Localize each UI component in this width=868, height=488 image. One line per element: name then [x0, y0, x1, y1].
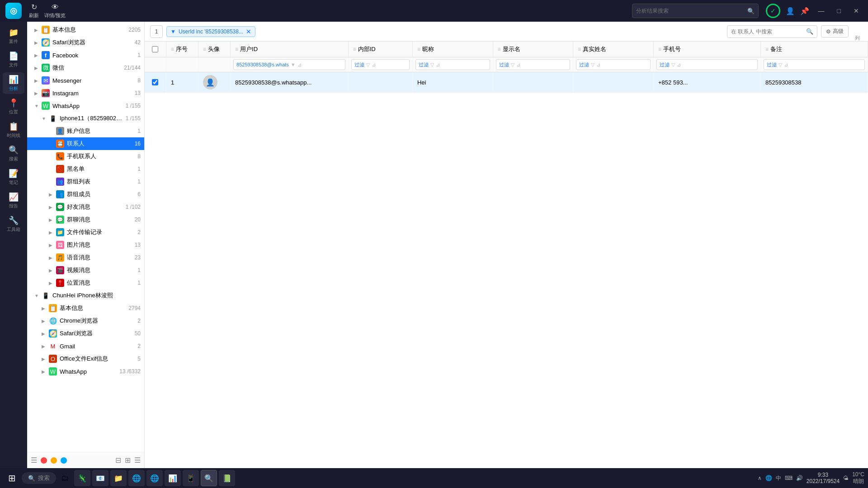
tree-item-gmail-2[interactable]: ▶ M Gmail 2 [27, 340, 144, 352]
tree-item-video-msg[interactable]: ▶ 🎬 视频消息 1 [27, 264, 144, 277]
taskbar-app-4[interactable]: 🌐 [128, 470, 145, 486]
tree-item-chunhei[interactable]: ▼ 📱 ChunHei iPhone林浚熙 [27, 289, 144, 302]
filter-realname-cell[interactable]: 过滤 ▽ ⊿ [573, 57, 654, 72]
detail-preview-button[interactable]: 👁 详情/预览 [44, 3, 66, 19]
tree-item-instagram[interactable]: ▶ 📷 Instagram 13 [27, 87, 144, 99]
filter-close-button[interactable]: ✕ [246, 28, 251, 35]
start-button[interactable]: ⊞ [4, 470, 20, 486]
th-avatar[interactable]: ≡ 头像 [198, 42, 230, 57]
th-userid[interactable]: ≡ 用户ID [231, 42, 349, 57]
pin-icon[interactable]: 📌 [800, 7, 809, 15]
menu-icon[interactable]: ☰ [31, 456, 37, 465]
sidebar-item-analysis[interactable]: 📊 分析 [3, 72, 24, 94]
dot-yellow[interactable] [51, 457, 57, 464]
th-checkbox[interactable] [145, 42, 166, 57]
advanced-button[interactable]: ⚙ 高级 [821, 25, 849, 38]
tree-item-audio-msg[interactable]: ▶ 🎵 语音消息 23 [27, 251, 144, 264]
tree-item-iphone11[interactable]: ▼ 📱 Iphone11（85259802...） 1 /155 [27, 112, 144, 125]
innerid-filter-input[interactable]: 过滤 ▽ ⊿ [351, 59, 410, 70]
dot-blue[interactable] [61, 457, 67, 464]
tree-item-basic-info-2[interactable]: ▶ 📋 基本信息 2794 [27, 302, 144, 314]
select-all-checkbox[interactable] [152, 46, 158, 52]
th-realname[interactable]: ≡ 真实姓名 [573, 42, 654, 57]
tree-item-account-info[interactable]: 👤 账户信息 1 [27, 125, 144, 137]
tree-item-messenger[interactable]: ▶ ✉ Messenger 8 [27, 74, 144, 87]
sidebar-item-location[interactable]: 📍 位置 [3, 96, 24, 117]
row-checkbox[interactable] [152, 79, 158, 85]
close-button[interactable]: ✕ [850, 5, 863, 16]
search-contact-box[interactable]: 🔍 [727, 25, 817, 38]
user-icon[interactable]: 👤 [786, 7, 795, 15]
tree-item-phone-contacts[interactable]: 📞 手机联系人 8 [27, 150, 144, 163]
taskbar-app-6[interactable]: 📊 [165, 470, 181, 486]
th-phone[interactable]: ≡ 手机号 [654, 42, 761, 57]
dot-red[interactable] [41, 457, 47, 464]
realname-filter-input[interactable]: 过滤 ▽ ⊿ [576, 59, 651, 70]
search-contact-input[interactable] [731, 28, 803, 35]
alias-filter-input[interactable]: 过滤 ▽ ⊿ [415, 59, 490, 70]
tree-item-basic-info-top[interactable]: ▶ 📋 基本信息 2205 [27, 23, 144, 36]
filter-display-cell[interactable]: 过滤 ▽ ⊿ [493, 57, 573, 72]
page-num-button[interactable]: 1 [150, 25, 163, 38]
row-checkbox-cell[interactable] [145, 72, 166, 93]
sidebar-item-documents[interactable]: 📄 文件 [3, 49, 24, 70]
status-button[interactable]: ✓ [766, 4, 780, 18]
collapse-icon[interactable]: ⊟ [115, 456, 121, 465]
userid-filter-input[interactable]: 85259308538@s.whats ▼ ⊿ [233, 59, 345, 70]
filter-userid-cell[interactable]: 85259308538@s.whats ▼ ⊿ [231, 57, 349, 72]
tree-item-file-transfer[interactable]: ▶ 📁 文件传输记录 2 [27, 226, 144, 239]
taskbar-search-button[interactable]: 🔍 搜索 [22, 472, 56, 484]
th-innerid[interactable]: ≡ 内部ID [348, 42, 412, 57]
taskbar-app-1[interactable]: 🦎 [74, 470, 90, 486]
th-alias[interactable]: ≡ 昵称 [412, 42, 493, 57]
tray-up-icon[interactable]: ∧ [758, 475, 762, 481]
sidebar-item-notes[interactable]: 📝 笔记 [3, 166, 24, 188]
grid-icon[interactable]: ⊞ [125, 456, 131, 465]
tree-item-image-msg[interactable]: ▶ 🖼 图片消息 13 [27, 239, 144, 251]
taskbar-app-2[interactable]: 📧 [92, 470, 108, 486]
tree-item-whatsapp-2[interactable]: ▶ W WhatsApp 13 /6332 [27, 365, 144, 378]
list-icon[interactable]: ☰ [134, 456, 141, 465]
tree-item-blacklist[interactable]: 🚫 黑名单 1 [27, 163, 144, 175]
filter-alias-cell[interactable]: 过滤 ▽ ⊿ [412, 57, 493, 72]
tree-item-contacts[interactable]: 📇 联系人 16 [27, 137, 144, 150]
analysis-search[interactable]: 🔍 [632, 4, 759, 18]
refresh-button[interactable]: ↻ 刷新 [29, 3, 39, 19]
th-seq[interactable]: ≡ 序号 [166, 42, 198, 57]
filter-remark-cell[interactable]: 过滤 ▽ ⊿ [760, 57, 868, 72]
remark-filter-input[interactable]: 过滤 ▽ ⊿ [764, 59, 865, 70]
tree-item-office-2[interactable]: ▶ O Office文件Exif信息 5 [27, 352, 144, 365]
tree-item-friend-msg[interactable]: ▶ 💬 好友消息 1 /102 [27, 201, 144, 213]
taskbar-excel[interactable]: 📗 [219, 470, 235, 486]
taskbar-app-3[interactable]: 📁 [110, 470, 127, 486]
sidebar-item-cases[interactable]: 📁 案件 [3, 25, 24, 47]
taskbar-app-7[interactable]: 📱 [183, 470, 199, 486]
display-filter-input[interactable]: 过滤 ▽ ⊿ [496, 59, 571, 70]
tree-item-location-msg[interactable]: ▶ 📍 位置消息 1 [27, 277, 144, 289]
tree-item-group-members[interactable]: ▶ 👥 群组成员 6 [27, 188, 144, 201]
tree-item-facebook[interactable]: ▶ f Facebook 1 [27, 49, 144, 61]
th-remark[interactable]: ≡ 备注 [760, 42, 868, 57]
tree-item-chrome-2[interactable]: ▶ 🌐 Chrome浏览器 2 [27, 314, 144, 327]
taskbar-file-manager[interactable]: 🗂 [58, 471, 72, 485]
taskbar-app-5[interactable]: 🌐 [146, 470, 163, 486]
taskbar-clock[interactable]: 9:33 2022/17/9524 [807, 472, 840, 484]
sidebar-item-reports[interactable]: 📈 报告 [3, 190, 24, 211]
tree-item-safari-top[interactable]: ▶ 🧭 Safari浏览器 42 [27, 36, 144, 49]
filter-phone-cell[interactable]: 过滤 ▽ ⊿ [654, 57, 761, 72]
sidebar-item-tools[interactable]: 🔧 工具箱 [3, 213, 24, 235]
tree-item-group-list[interactable]: 👥 群组列表 1 [27, 175, 144, 188]
filter-innerid-cell[interactable]: 过滤 ▽ ⊿ [348, 57, 412, 72]
sidebar-item-timeline[interactable]: 📋 时间线 [3, 119, 24, 141]
tree-item-safari-2[interactable]: ▶ 🧭 Safari浏览器 50 [27, 327, 144, 340]
phone-filter-input[interactable]: 过滤 ▽ ⊿ [656, 59, 758, 70]
tree-item-wechat[interactable]: ▶ 微 微信 21/144 [27, 61, 144, 74]
tree-item-whatsapp[interactable]: ▼ W WhatsApp 1 /155 [27, 99, 144, 112]
tree-item-group-chat[interactable]: ▶ 💬 群聊消息 20 [27, 213, 144, 226]
th-display[interactable]: ≡ 显示名 [493, 42, 573, 57]
taskbar-current-app[interactable]: 🔍 [201, 470, 217, 486]
analysis-search-input[interactable] [636, 8, 745, 14]
sidebar-item-search[interactable]: 🔍 搜索 [3, 143, 24, 164]
maximize-button[interactable]: □ [834, 5, 844, 16]
minimize-button[interactable]: — [815, 5, 828, 16]
